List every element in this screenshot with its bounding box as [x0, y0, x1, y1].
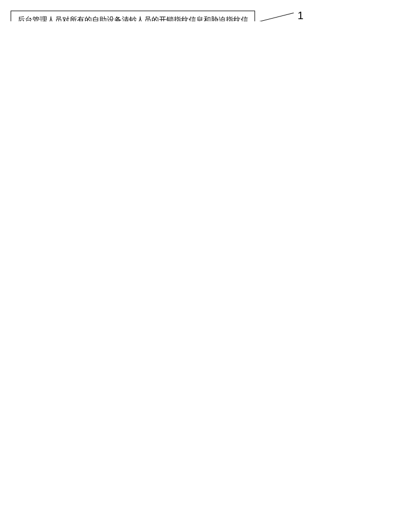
leader-1 [255, 13, 294, 21]
step-1-text: 后台管理人员对所有的自助设备清钞人员的开锁指纹信息和胁迫指纹信息进行注册，并将所… [18, 15, 248, 21]
step-1-box: 后台管理人员对所有的自助设备清钞人员的开锁指纹信息和胁迫指纹信息进行注册，并将所… [11, 11, 255, 21]
label-1: 1 [298, 10, 303, 21]
